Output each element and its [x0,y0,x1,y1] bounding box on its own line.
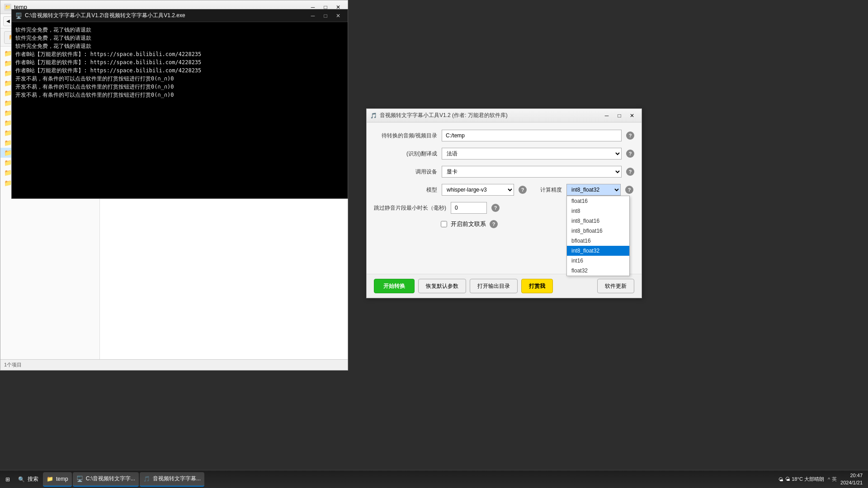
explorer-status-bar: 1个项目 [0,359,348,370]
tray-expand-icon[interactable]: ^ [828,477,830,482]
precision-container: float16 int8 int8_float16 int8_bfloat16 … [566,184,621,196]
language-row: (识别)翻译成 法语 中文 英语 日语 ? [374,148,634,160]
taskbar-app-file-manager[interactable]: 📁 temp [43,472,72,487]
whisper-icon: 🎵 [143,476,150,482]
output-button[interactable]: 打开输出目录 [470,279,518,293]
start-button[interactable]: ⊞ [2,472,14,487]
console-line: 作者B站【万能君的软件库】: https://space.bilibili.co… [15,58,344,66]
tool-title-text: 🎵 音视频转文字字幕小工具V1.2 (作者: 万能君的软件库) [370,112,508,119]
model-label: 模型 [374,186,437,194]
console-line: 软件完全免费，花了钱的请退款 [15,42,344,50]
tool-footer: 开始转换 恢复默认参数 打开输出目录 打赏我 软件更新 [367,274,642,298]
folder-icon: 📁 [4,89,12,97]
precision-option-int8-float32[interactable]: int8_float32 [567,246,629,256]
precision-option-int8-bfloat16[interactable]: int8_bfloat16 [567,226,629,236]
folder-icon: 📁 [4,50,12,57]
status-count: 1个项目 [4,361,22,368]
precision-option-bfloat16[interactable]: bfloat16 [567,236,629,246]
taskbar: ⊞ 🔍 搜索 📁 temp 🖥️ C:\音视频转文字字... 🎵 音视频转文字字… [0,470,868,488]
context-label: 开启前文联系 [451,220,486,228]
context-help-icon[interactable]: ? [490,220,498,228]
search-icon: 🔍 [18,476,25,483]
taskbar-weather: 🌤 🌤 18°C 大部晴朗 [778,476,824,483]
silence-label: 跳过静音片段最小时长（毫秒) [374,204,446,212]
language-help-icon[interactable]: ? [626,150,634,158]
taskbar-clock: 20:47 2024/1/21 [840,472,863,486]
console-content: 软件完全免费，花了钱的请退款 软件完全免费，花了钱的请退款 软件完全免费，花了钱… [12,22,348,198]
console-title-text: 🖥️ C:\音视频转文字字幕小工具V1.2\音视频转文字字幕小工具V1.2.ex… [15,12,185,19]
console-window-controls: ─ □ ✕ [307,11,344,20]
precision-option-int16[interactable]: int16 [567,256,629,266]
model-precision-row: 模型 whisper-large-v3 whisper-large-v2 whi… [374,184,634,196]
silence-help-icon[interactable]: ? [491,204,500,212]
model-select[interactable]: whisper-large-v3 whisper-large-v2 whispe… [442,184,514,196]
folder-icon: 📁 [4,149,12,156]
console-titlebar: 🖥️ C:\音视频转文字字幕小工具V1.2\音视频转文字字幕小工具V1.2.ex… [12,9,348,22]
tool-close-button[interactable]: ✕ [626,111,638,120]
device-row: 调用设备 显卡 CPU ? [374,166,634,178]
tool-minimize-button[interactable]: ─ [601,111,613,120]
folder-icon: 📁 [4,70,12,77]
language-label: (识别)翻译成 [374,150,437,158]
donate-button[interactable]: 打赏我 [521,279,553,293]
device-select[interactable]: 显卡 CPU [442,166,622,178]
console-minimize-button[interactable]: ─ [307,11,319,20]
precision-label: 计算精度 [540,186,562,194]
silence-input[interactable] [451,202,487,214]
tool-titlebar: 🎵 音视频转文字字幕小工具V1.2 (作者: 万能君的软件库) ─ □ ✕ [367,109,642,122]
tool-maximize-button[interactable]: □ [613,111,625,120]
tray-lang-icon[interactable]: 英 [832,476,837,483]
console-line: 开发不易，有条件的可以点击软件里的打赏按钮进行打赏0(∩_∩)0 [15,83,344,91]
precision-option-int8[interactable]: int8 [567,206,629,216]
precision-select[interactable]: float16 int8 int8_float16 int8_bfloat16 … [566,184,621,196]
reset-button[interactable]: 恢复默认参数 [418,279,466,293]
folder-icon: 📁 [4,80,12,87]
titlebar-icons: 📁 [4,4,11,11]
precision-option-int8-float16[interactable]: int8_float16 [567,216,629,226]
console-close-button[interactable]: ✕ [332,11,344,20]
weather-icon: 🌤 [778,477,783,482]
folder-icon: 📁 [4,159,12,166]
directory-help-icon[interactable]: ? [626,131,634,140]
console-line: 软件完全免费，花了钱的请退款 [15,34,344,42]
taskbar-app-console[interactable]: 🖥️ C:\音视频转文字字... [73,472,139,487]
update-button[interactable]: 软件更新 [597,279,634,293]
desktop: 📁 temp ─ □ ✕ ◀ ▶ ↑ 此电脑 > 本地磁盘 (C:) > tem… [0,0,868,488]
folder-icon: 📁 [4,109,12,117]
model-help-icon[interactable]: ? [519,186,527,194]
context-checkbox[interactable] [441,221,447,227]
folder-icon: 📁 [4,169,12,176]
console-icon: 🖥️ [15,13,22,19]
console-window: 🖥️ C:\音视频转文字字幕小工具V1.2\音视频转文字字幕小工具V1.2.ex… [11,9,348,199]
taskbar-app-whisper[interactable]: 🎵 音视频转文字字幕... [140,472,204,487]
file-manager-icon: 📁 [47,476,53,482]
console-line: 开发不易，有条件的可以点击软件里的打赏按钮进行打赏0(∩_∩)0 [15,75,344,83]
device-label: 调用设备 [374,168,437,176]
tool-form: 待转换的音频/视频目录 ? (识别)翻译成 法语 中文 英语 日语 ? 调用设备 [367,122,642,274]
start-button[interactable]: 开始转换 [374,279,415,293]
clock-date: 2024/1/21 [840,479,863,486]
taskbar-right: 🌤 🌤 18°C 大部晴朗 ^ 英 20:47 2024/1/21 [778,472,866,486]
taskbar-search[interactable]: 🔍 搜索 [14,472,42,487]
console-line: 作者B站【万能君的软件库】: https://space.bilibili.co… [15,50,344,58]
precision-help-icon[interactable]: ? [625,186,633,194]
tool-window-controls: ─ □ ✕ [601,111,638,120]
directory-input[interactable] [442,130,622,141]
clock-time: 20:47 [840,472,863,479]
precision-option-float16[interactable]: float16 [567,196,629,206]
folder-icon: 📁 [4,99,12,107]
tool-window: 🎵 音视频转文字字幕小工具V1.2 (作者: 万能君的软件库) ─ □ ✕ 待转… [366,108,642,298]
console-line: 软件完全免费，花了钱的请退款 [15,26,344,34]
precision-dropdown: float16 int8 int8_float16 int8_bfloat16 … [566,196,630,276]
console-maximize-button[interactable]: □ [320,11,331,20]
precision-option-float32[interactable]: float32 [567,266,629,276]
folder-icon: 📁 [4,119,12,127]
folder-icon: 📁 [4,179,12,187]
folder-icon: 📁 [4,129,12,136]
console-line: 开发不易，有条件的可以点击软件里的打赏按钮进行打赏0(∩_∩)0 [15,91,344,99]
language-select[interactable]: 法语 中文 英语 日语 [442,148,622,160]
console-line: 作者B站【万能君的软件库】: https://space.bilibili.co… [15,66,344,75]
folder-icon: 📁 [4,60,12,67]
system-tray[interactable]: ^ 英 [828,476,837,483]
device-help-icon[interactable]: ? [626,168,634,176]
